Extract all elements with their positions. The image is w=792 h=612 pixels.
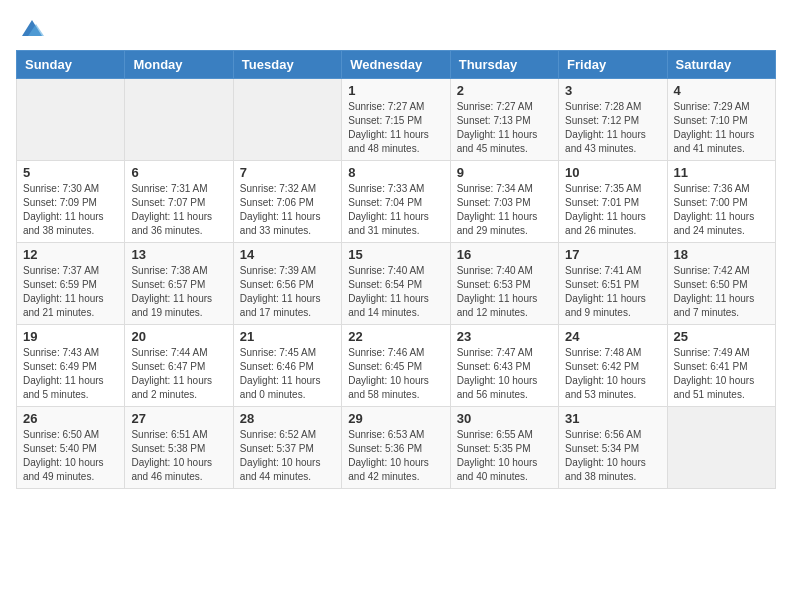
day-number: 10 bbox=[565, 165, 660, 180]
calendar-cell bbox=[17, 79, 125, 161]
day-info: Sunrise: 7:48 AM Sunset: 6:42 PM Dayligh… bbox=[565, 346, 660, 402]
day-number: 24 bbox=[565, 329, 660, 344]
calendar-week-row: 1Sunrise: 7:27 AM Sunset: 7:15 PM Daylig… bbox=[17, 79, 776, 161]
day-number: 7 bbox=[240, 165, 335, 180]
day-info: Sunrise: 7:30 AM Sunset: 7:09 PM Dayligh… bbox=[23, 182, 118, 238]
calendar-week-row: 26Sunrise: 6:50 AM Sunset: 5:40 PM Dayli… bbox=[17, 407, 776, 489]
calendar-week-row: 19Sunrise: 7:43 AM Sunset: 6:49 PM Dayli… bbox=[17, 325, 776, 407]
calendar-cell: 20Sunrise: 7:44 AM Sunset: 6:47 PM Dayli… bbox=[125, 325, 233, 407]
calendar-cell: 29Sunrise: 6:53 AM Sunset: 5:36 PM Dayli… bbox=[342, 407, 450, 489]
day-number: 17 bbox=[565, 247, 660, 262]
day-number: 2 bbox=[457, 83, 552, 98]
calendar-cell: 22Sunrise: 7:46 AM Sunset: 6:45 PM Dayli… bbox=[342, 325, 450, 407]
day-number: 1 bbox=[348, 83, 443, 98]
day-number: 26 bbox=[23, 411, 118, 426]
day-info: Sunrise: 7:32 AM Sunset: 7:06 PM Dayligh… bbox=[240, 182, 335, 238]
calendar-cell: 15Sunrise: 7:40 AM Sunset: 6:54 PM Dayli… bbox=[342, 243, 450, 325]
calendar-cell: 13Sunrise: 7:38 AM Sunset: 6:57 PM Dayli… bbox=[125, 243, 233, 325]
day-info: Sunrise: 6:52 AM Sunset: 5:37 PM Dayligh… bbox=[240, 428, 335, 484]
day-of-week-header: Sunday bbox=[17, 51, 125, 79]
calendar-cell: 9Sunrise: 7:34 AM Sunset: 7:03 PM Daylig… bbox=[450, 161, 558, 243]
day-info: Sunrise: 7:27 AM Sunset: 7:15 PM Dayligh… bbox=[348, 100, 443, 156]
calendar-cell: 31Sunrise: 6:56 AM Sunset: 5:34 PM Dayli… bbox=[559, 407, 667, 489]
logo-icon bbox=[20, 16, 44, 40]
day-number: 19 bbox=[23, 329, 118, 344]
day-number: 31 bbox=[565, 411, 660, 426]
calendar-cell: 10Sunrise: 7:35 AM Sunset: 7:01 PM Dayli… bbox=[559, 161, 667, 243]
calendar-cell: 30Sunrise: 6:55 AM Sunset: 5:35 PM Dayli… bbox=[450, 407, 558, 489]
day-info: Sunrise: 7:40 AM Sunset: 6:53 PM Dayligh… bbox=[457, 264, 552, 320]
day-number: 20 bbox=[131, 329, 226, 344]
day-number: 15 bbox=[348, 247, 443, 262]
day-of-week-header: Tuesday bbox=[233, 51, 341, 79]
calendar-cell: 6Sunrise: 7:31 AM Sunset: 7:07 PM Daylig… bbox=[125, 161, 233, 243]
calendar-cell: 17Sunrise: 7:41 AM Sunset: 6:51 PM Dayli… bbox=[559, 243, 667, 325]
day-info: Sunrise: 7:35 AM Sunset: 7:01 PM Dayligh… bbox=[565, 182, 660, 238]
calendar-cell: 19Sunrise: 7:43 AM Sunset: 6:49 PM Dayli… bbox=[17, 325, 125, 407]
day-number: 11 bbox=[674, 165, 769, 180]
calendar-header-row: SundayMondayTuesdayWednesdayThursdayFrid… bbox=[17, 51, 776, 79]
day-info: Sunrise: 7:28 AM Sunset: 7:12 PM Dayligh… bbox=[565, 100, 660, 156]
day-of-week-header: Wednesday bbox=[342, 51, 450, 79]
day-number: 13 bbox=[131, 247, 226, 262]
calendar-cell: 2Sunrise: 7:27 AM Sunset: 7:13 PM Daylig… bbox=[450, 79, 558, 161]
day-info: Sunrise: 6:50 AM Sunset: 5:40 PM Dayligh… bbox=[23, 428, 118, 484]
calendar-week-row: 12Sunrise: 7:37 AM Sunset: 6:59 PM Dayli… bbox=[17, 243, 776, 325]
calendar-cell: 5Sunrise: 7:30 AM Sunset: 7:09 PM Daylig… bbox=[17, 161, 125, 243]
day-info: Sunrise: 7:38 AM Sunset: 6:57 PM Dayligh… bbox=[131, 264, 226, 320]
calendar-cell: 12Sunrise: 7:37 AM Sunset: 6:59 PM Dayli… bbox=[17, 243, 125, 325]
day-number: 28 bbox=[240, 411, 335, 426]
day-of-week-header: Thursday bbox=[450, 51, 558, 79]
day-info: Sunrise: 7:44 AM Sunset: 6:47 PM Dayligh… bbox=[131, 346, 226, 402]
day-number: 25 bbox=[674, 329, 769, 344]
day-info: Sunrise: 6:51 AM Sunset: 5:38 PM Dayligh… bbox=[131, 428, 226, 484]
day-info: Sunrise: 7:36 AM Sunset: 7:00 PM Dayligh… bbox=[674, 182, 769, 238]
day-info: Sunrise: 7:27 AM Sunset: 7:13 PM Dayligh… bbox=[457, 100, 552, 156]
day-info: Sunrise: 7:43 AM Sunset: 6:49 PM Dayligh… bbox=[23, 346, 118, 402]
calendar-cell bbox=[667, 407, 775, 489]
day-info: Sunrise: 7:37 AM Sunset: 6:59 PM Dayligh… bbox=[23, 264, 118, 320]
day-number: 8 bbox=[348, 165, 443, 180]
day-number: 30 bbox=[457, 411, 552, 426]
day-of-week-header: Friday bbox=[559, 51, 667, 79]
day-number: 22 bbox=[348, 329, 443, 344]
day-info: Sunrise: 7:31 AM Sunset: 7:07 PM Dayligh… bbox=[131, 182, 226, 238]
day-number: 29 bbox=[348, 411, 443, 426]
day-info: Sunrise: 7:47 AM Sunset: 6:43 PM Dayligh… bbox=[457, 346, 552, 402]
calendar-cell: 8Sunrise: 7:33 AM Sunset: 7:04 PM Daylig… bbox=[342, 161, 450, 243]
day-number: 3 bbox=[565, 83, 660, 98]
day-info: Sunrise: 7:42 AM Sunset: 6:50 PM Dayligh… bbox=[674, 264, 769, 320]
day-number: 21 bbox=[240, 329, 335, 344]
day-number: 9 bbox=[457, 165, 552, 180]
day-number: 4 bbox=[674, 83, 769, 98]
calendar-cell: 24Sunrise: 7:48 AM Sunset: 6:42 PM Dayli… bbox=[559, 325, 667, 407]
day-info: Sunrise: 7:49 AM Sunset: 6:41 PM Dayligh… bbox=[674, 346, 769, 402]
day-of-week-header: Monday bbox=[125, 51, 233, 79]
calendar-cell: 7Sunrise: 7:32 AM Sunset: 7:06 PM Daylig… bbox=[233, 161, 341, 243]
day-info: Sunrise: 6:53 AM Sunset: 5:36 PM Dayligh… bbox=[348, 428, 443, 484]
day-info: Sunrise: 6:55 AM Sunset: 5:35 PM Dayligh… bbox=[457, 428, 552, 484]
calendar-cell bbox=[125, 79, 233, 161]
calendar-cell: 23Sunrise: 7:47 AM Sunset: 6:43 PM Dayli… bbox=[450, 325, 558, 407]
calendar-table: SundayMondayTuesdayWednesdayThursdayFrid… bbox=[16, 50, 776, 489]
calendar-cell: 25Sunrise: 7:49 AM Sunset: 6:41 PM Dayli… bbox=[667, 325, 775, 407]
day-number: 23 bbox=[457, 329, 552, 344]
day-number: 16 bbox=[457, 247, 552, 262]
day-number: 6 bbox=[131, 165, 226, 180]
day-info: Sunrise: 7:41 AM Sunset: 6:51 PM Dayligh… bbox=[565, 264, 660, 320]
calendar-cell: 18Sunrise: 7:42 AM Sunset: 6:50 PM Dayli… bbox=[667, 243, 775, 325]
day-number: 12 bbox=[23, 247, 118, 262]
calendar-cell: 26Sunrise: 6:50 AM Sunset: 5:40 PM Dayli… bbox=[17, 407, 125, 489]
day-of-week-header: Saturday bbox=[667, 51, 775, 79]
day-info: Sunrise: 7:33 AM Sunset: 7:04 PM Dayligh… bbox=[348, 182, 443, 238]
day-number: 27 bbox=[131, 411, 226, 426]
calendar-cell: 21Sunrise: 7:45 AM Sunset: 6:46 PM Dayli… bbox=[233, 325, 341, 407]
day-info: Sunrise: 7:40 AM Sunset: 6:54 PM Dayligh… bbox=[348, 264, 443, 320]
day-info: Sunrise: 7:39 AM Sunset: 6:56 PM Dayligh… bbox=[240, 264, 335, 320]
calendar-cell: 27Sunrise: 6:51 AM Sunset: 5:38 PM Dayli… bbox=[125, 407, 233, 489]
day-info: Sunrise: 7:29 AM Sunset: 7:10 PM Dayligh… bbox=[674, 100, 769, 156]
calendar-cell: 1Sunrise: 7:27 AM Sunset: 7:15 PM Daylig… bbox=[342, 79, 450, 161]
day-number: 14 bbox=[240, 247, 335, 262]
calendar-cell: 16Sunrise: 7:40 AM Sunset: 6:53 PM Dayli… bbox=[450, 243, 558, 325]
calendar-cell: 3Sunrise: 7:28 AM Sunset: 7:12 PM Daylig… bbox=[559, 79, 667, 161]
